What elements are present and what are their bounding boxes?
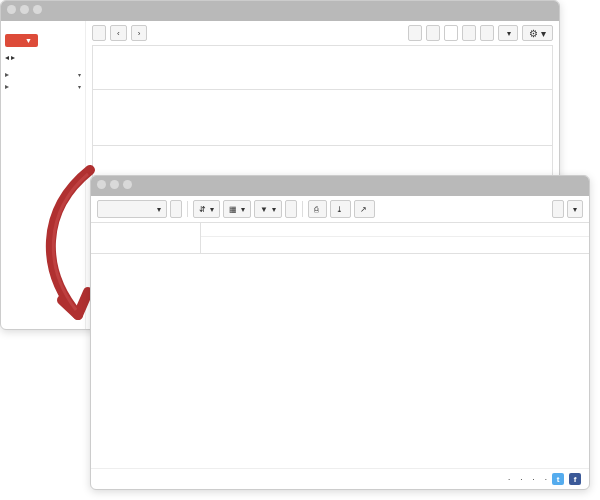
gcal-sidebar: ▼ ◂ ▸ ▸ ▾ ▸ ▾ (1, 21, 86, 329)
name-column-header (91, 223, 201, 253)
create-button[interactable]: ▼ (5, 34, 38, 47)
view-day[interactable] (408, 25, 422, 41)
view-week[interactable] (426, 25, 440, 41)
prev-button[interactable]: ‹ (110, 25, 127, 41)
gcal-toolbar: ‹ › ▾ ⚙ ▾ (92, 25, 553, 41)
ganttplanner-window: ▾ ⇵ ▾ ▦ ▾ ▼ ▾ ⎙ ⤓ ↗ ▾ · · (90, 175, 590, 490)
export-button[interactable]: ⤓ (330, 200, 351, 218)
share-button[interactable]: ↗ (354, 200, 375, 218)
planning-select[interactable]: ▾ (97, 200, 167, 218)
expand-button[interactable] (285, 200, 297, 218)
gantt-titlebar (91, 176, 589, 196)
gcal-titlebar (1, 1, 559, 21)
chevron-down-icon: ▾ (78, 71, 81, 78)
mini-month-label[interactable]: ◂ ▸ (5, 53, 81, 62)
gantt-month-label (201, 223, 589, 237)
scale-button[interactable]: ▦ ▾ (223, 200, 251, 218)
gear-icon[interactable]: ⚙ ▾ (522, 25, 553, 41)
gantt-today-button[interactable] (552, 200, 564, 218)
gantt-header (91, 223, 589, 254)
view-month[interactable] (444, 25, 458, 41)
other-calendars-toggle[interactable]: ▸ ▾ (5, 82, 81, 91)
refresh-button[interactable] (170, 200, 182, 218)
caret-down-icon: ▼ (25, 37, 32, 44)
view-5days[interactable] (462, 25, 476, 41)
gantt-footer: · · · · t f (91, 468, 589, 489)
next-button[interactable]: › (131, 25, 148, 41)
view-agenda[interactable] (480, 25, 494, 41)
gantt-range-dropdown[interactable]: ▾ (567, 200, 583, 218)
chevron-down-icon: ▾ (78, 83, 81, 90)
more-button[interactable]: ▾ (498, 25, 518, 41)
print-button[interactable]: ⎙ (308, 200, 327, 218)
window-controls[interactable] (97, 180, 132, 189)
my-calendars-toggle[interactable]: ▸ ▾ (5, 70, 81, 79)
window-controls[interactable] (7, 5, 42, 14)
twitter-icon[interactable]: t (552, 473, 564, 485)
today-button[interactable] (92, 25, 106, 41)
facebook-icon[interactable]: f (569, 473, 581, 485)
gantt-toolbar: ▾ ⇵ ▾ ▦ ▾ ▼ ▾ ⎙ ⤓ ↗ ▾ (91, 196, 589, 223)
sort-button[interactable]: ⇵ ▾ (193, 200, 220, 218)
gantt-grid[interactable] (91, 254, 589, 468)
filter-button[interactable]: ▼ ▾ (254, 200, 282, 218)
